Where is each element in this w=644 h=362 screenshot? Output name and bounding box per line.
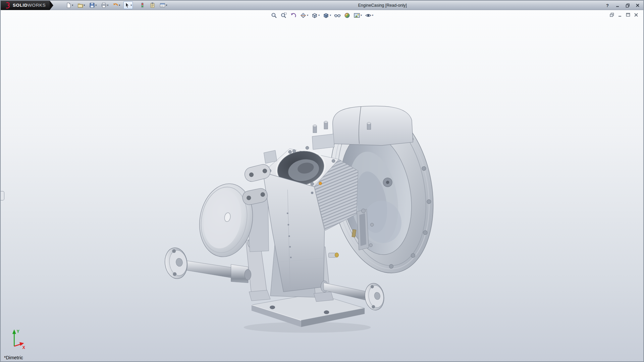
- orientation-triad: Y X: [12, 329, 25, 350]
- open-folder-icon: [77, 2, 83, 8]
- undo-icon: [113, 2, 118, 8]
- dropdown-caret[interactable]: ▾: [84, 4, 85, 7]
- orange-marker-dot: [319, 182, 322, 185]
- top-cover[interactable]: [312, 106, 413, 149]
- zoom-to-area-button[interactable]: [280, 12, 287, 19]
- doc-close-icon: [634, 12, 639, 17]
- save-button[interactable]: ▾: [88, 1, 98, 9]
- doc-minimize-icon: [618, 12, 623, 17]
- edit-appearance-icon: [344, 12, 351, 19]
- dropdown-caret[interactable]: ▾: [95, 4, 97, 7]
- apply-scene-button[interactable]: ▾: [353, 12, 362, 19]
- document-window-controls: [609, 12, 639, 19]
- doc-close-button[interactable]: [634, 12, 639, 19]
- doc-minimize-button[interactable]: [618, 12, 623, 19]
- dropdown-caret[interactable]: ▾: [361, 14, 362, 17]
- solidworks-window: SOLIDWORKS ▾ ▾ ▾ ▾: [0, 0, 644, 362]
- new-file-button[interactable]: ▾: [65, 1, 74, 9]
- doc-restore-button[interactable]: [626, 12, 631, 19]
- dowel-pin[interactable]: [329, 253, 339, 257]
- display-style-button[interactable]: ▾: [322, 12, 331, 19]
- select-cursor-icon: [124, 2, 130, 8]
- display-style-icon: [323, 12, 329, 19]
- print-icon: [101, 2, 107, 8]
- open-button[interactable]: ▾: [76, 1, 86, 9]
- help-button[interactable]: ?: [604, 2, 610, 8]
- brand-text: SOLIDWORKS: [13, 3, 46, 8]
- window-controls: ?: [604, 1, 641, 10]
- zoom-to-fit-button[interactable]: [270, 12, 278, 19]
- file-properties-button[interactable]: [149, 1, 156, 9]
- dropdown-caret[interactable]: ▾: [166, 4, 167, 7]
- dropdown-caret[interactable]: ▾: [318, 14, 320, 17]
- close-button[interactable]: [635, 2, 641, 8]
- view-settings-eye-icon: [365, 12, 372, 19]
- document-title: EngineCasing [Read-only]: [358, 3, 407, 8]
- cascade-windows-icon: [609, 12, 614, 17]
- headsup-view-toolbar: ▾ ▾ ▾: [270, 12, 374, 19]
- options-icon: [160, 2, 165, 8]
- x-axis-label: X: [22, 345, 25, 350]
- restore-button[interactable]: [625, 2, 631, 8]
- 3ds-swirl-icon: [3, 2, 11, 9]
- engine-casing-3d-model[interactable]: Y X: [1, 10, 643, 361]
- print-button[interactable]: ▾: [100, 1, 109, 9]
- section-view-icon: [300, 12, 307, 19]
- view-orientation-label: *Dimetric: [4, 355, 23, 360]
- hide-show-items-button[interactable]: [334, 12, 341, 19]
- section-view-button[interactable]: ▾: [300, 12, 309, 19]
- doc-cascade-button[interactable]: [609, 12, 614, 19]
- restore-icon: [626, 3, 630, 8]
- close-icon: [636, 3, 640, 7]
- y-axis-arrow: [12, 329, 16, 334]
- view-settings-button[interactable]: ▾: [365, 12, 374, 19]
- y-axis-label: Y: [17, 329, 19, 334]
- solidworks-logo: SOLIDWORKS: [1, 1, 50, 10]
- main-toolbar: ▾ ▾ ▾ ▾ ▾: [65, 1, 168, 9]
- zoom-to-fit-icon: [271, 12, 277, 19]
- dropdown-caret[interactable]: ▾: [307, 14, 308, 17]
- new-file-icon: [66, 2, 71, 8]
- view-orientation-button[interactable]: ▾: [311, 12, 320, 19]
- previous-view-button[interactable]: [290, 12, 297, 19]
- view-orientation-icon: [311, 12, 318, 19]
- minimize-button[interactable]: [614, 2, 621, 8]
- zoom-to-area-icon: [280, 12, 287, 19]
- dropdown-caret[interactable]: ▾: [72, 4, 73, 7]
- file-properties-icon: [150, 2, 155, 8]
- rebuild-icon: [140, 2, 145, 8]
- graphics-area[interactable]: ▾ ▾ ▾: [1, 10, 643, 361]
- undo-button[interactable]: ▾: [112, 1, 121, 9]
- minimize-icon: [615, 3, 620, 7]
- save-icon: [89, 2, 95, 8]
- doc-restore-icon: [626, 12, 631, 17]
- previous-view-icon: [290, 12, 297, 19]
- select-tool-button[interactable]: ▾: [123, 1, 133, 9]
- logo-arrow: [50, 1, 53, 10]
- title-bar: SOLIDWORKS ▾ ▾ ▾ ▾: [1, 1, 643, 10]
- hide-show-glasses-icon: [334, 12, 341, 19]
- dropdown-caret[interactable]: ▾: [107, 4, 108, 7]
- dropdown-caret[interactable]: ▾: [330, 14, 331, 17]
- dropdown-caret[interactable]: ▾: [130, 4, 132, 7]
- apply-scene-icon: [354, 12, 360, 19]
- edit-appearance-button[interactable]: [343, 12, 351, 19]
- rebuild-button[interactable]: [139, 1, 146, 9]
- options-button[interactable]: ▾: [159, 1, 168, 9]
- featuremanager-collapsed-tab[interactable]: [1, 191, 4, 200]
- dropdown-caret[interactable]: ▾: [372, 14, 373, 17]
- dropdown-caret[interactable]: ▾: [119, 4, 120, 7]
